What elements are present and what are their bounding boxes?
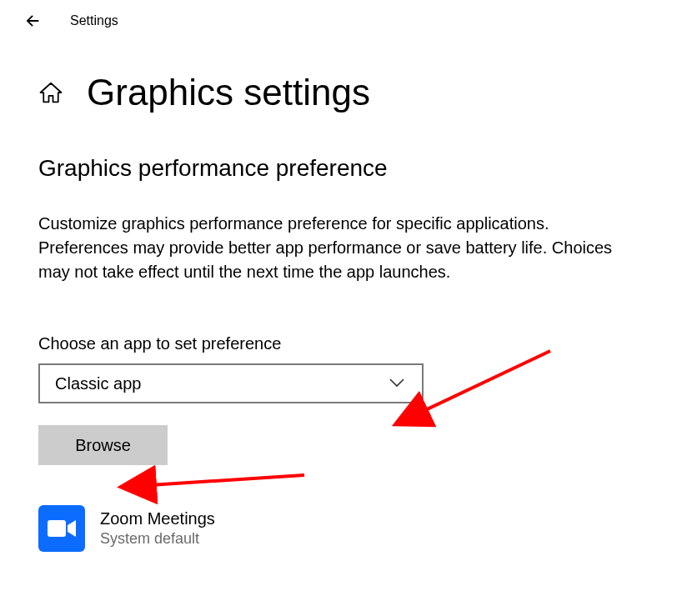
settings-label: Settings [70, 13, 118, 28]
arrow-left-icon [23, 12, 42, 30]
content-area: Graphics performance preference Customiz… [0, 130, 682, 552]
page-title: Graphics settings [87, 72, 370, 113]
app-text: Zoom Meetings System default [100, 509, 215, 548]
zoom-app-icon [38, 505, 85, 552]
section-title: Graphics performance preference [38, 155, 644, 182]
svg-rect-0 [48, 520, 66, 537]
topbar: Settings [0, 0, 682, 38]
app-name: Zoom Meetings [100, 509, 215, 528]
home-icon[interactable] [38, 80, 63, 105]
chevron-down-icon [389, 376, 405, 391]
browse-button[interactable]: Browse [38, 425, 168, 465]
app-list-item[interactable]: Zoom Meetings System default [38, 505, 644, 552]
back-button[interactable] [23, 12, 42, 30]
app-subtitle: System default [100, 530, 215, 548]
description-text: Customize graphics performance preferenc… [38, 212, 639, 284]
choose-app-label: Choose an app to set preference [38, 334, 644, 353]
app-type-dropdown[interactable]: Classic app [38, 363, 424, 403]
dropdown-selected-value: Classic app [55, 374, 141, 393]
page-header: Graphics settings [0, 38, 682, 130]
